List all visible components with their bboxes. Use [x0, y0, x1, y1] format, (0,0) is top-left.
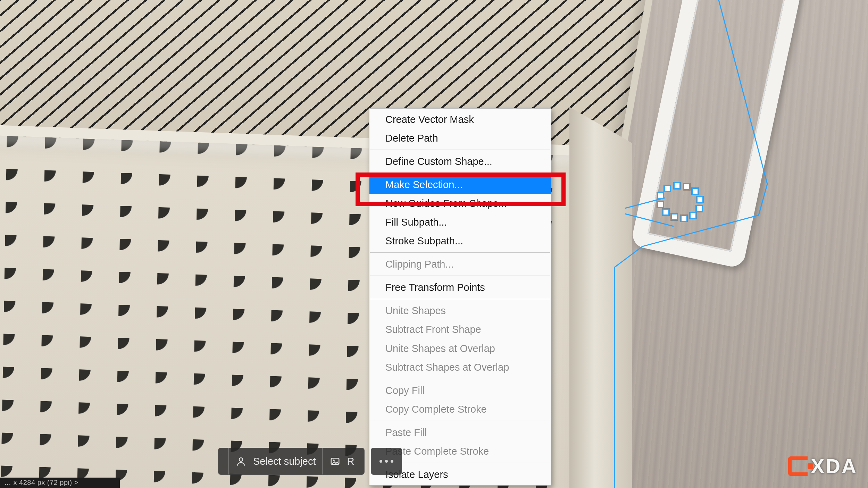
menu-item-unite-shapes-at-overlap: Unite Shapes at Overlap	[369, 339, 551, 358]
path-anchor-cluster[interactable]	[649, 182, 705, 220]
menu-item-clipping-path: Clipping Path...	[369, 255, 551, 274]
select-subject-button[interactable]: Select subject	[253, 456, 316, 467]
menu-separator	[370, 379, 550, 379]
document-dimensions: … x 4284 px (72 ppi) >	[4, 479, 78, 486]
menu-item-copy-complete-stroke: Copy Complete Stroke	[369, 400, 551, 419]
menu-item-create-vector-mask[interactable]: Create Vector Mask	[369, 110, 551, 129]
menu-separator	[370, 252, 550, 253]
xda-bracket-icon	[788, 456, 808, 476]
toolbar-separator	[322, 448, 323, 474]
menu-item-make-selection[interactable]: Make Selection...	[369, 175, 551, 194]
contextual-task-bar: Select subject R	[218, 448, 402, 475]
photoshop-canvas[interactable]: Create Vector Mask Delete Path Define Cu…	[0, 0, 868, 488]
task-bar-group: Select subject R	[218, 448, 365, 475]
menu-item-delete-path[interactable]: Delete Path	[369, 129, 551, 148]
menu-separator	[370, 173, 550, 173]
more-options-button[interactable]	[371, 448, 402, 475]
menu-item-copy-fill: Copy Fill	[369, 381, 551, 400]
menu-item-fill-subpath[interactable]: Fill Subpath...	[369, 213, 551, 232]
menu-separator	[370, 421, 550, 421]
drag-handle[interactable]	[228, 448, 229, 474]
menu-separator	[370, 299, 550, 299]
menu-item-free-transform-points[interactable]: Free Transform Points	[369, 278, 551, 297]
menu-item-new-guides-from-shape[interactable]: New Guides From Shape...	[369, 194, 551, 213]
more-icon	[379, 460, 393, 463]
status-bar: … x 4284 px (72 ppi) >	[0, 478, 120, 488]
menu-item-subtract-shapes-at-overlap: Subtract Shapes at Overlap	[369, 358, 551, 377]
image-icon	[329, 455, 341, 467]
xda-text: XDA	[811, 454, 858, 478]
menu-item-stroke-subpath[interactable]: Stroke Subpath...	[369, 232, 551, 250]
xda-watermark: XDA	[788, 454, 858, 478]
paths-context-menu: Create Vector Mask Delete Path Define Cu…	[369, 108, 551, 486]
menu-item-subtract-front-shape: Subtract Front Shape	[369, 320, 551, 339]
menu-item-unite-shapes: Unite Shapes	[369, 301, 551, 320]
menu-separator	[370, 150, 550, 150]
remove-background-button-partial[interactable]: R	[347, 456, 354, 467]
case-side-edge	[569, 107, 632, 488]
select-subject-icon	[235, 455, 247, 467]
menu-item-paste-fill: Paste Fill	[369, 423, 551, 442]
svg-point-2	[333, 460, 334, 461]
menu-separator	[370, 276, 550, 276]
menu-item-define-custom-shape[interactable]: Define Custom Shape...	[369, 152, 551, 171]
svg-point-0	[239, 458, 243, 461]
